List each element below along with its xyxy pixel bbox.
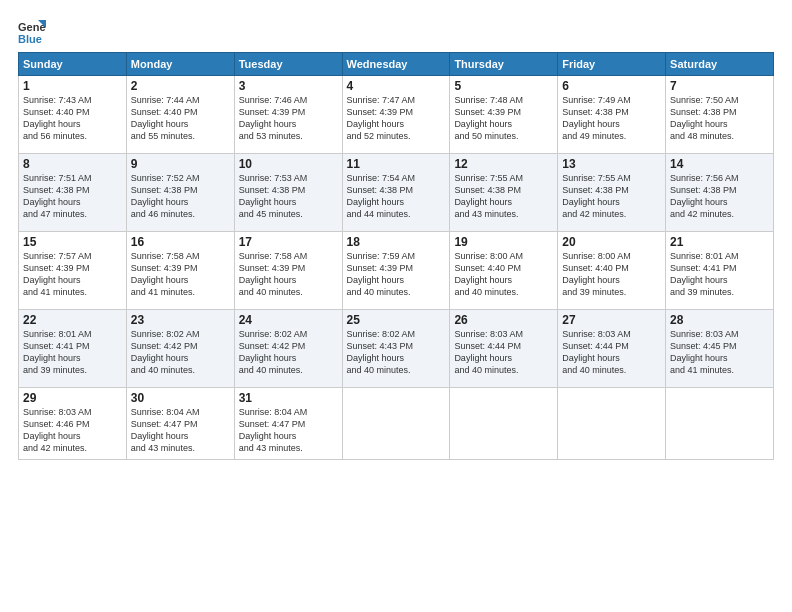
day-number: 6 [562, 79, 661, 93]
day-number: 15 [23, 235, 122, 249]
weekday-header: Friday [558, 53, 666, 76]
calendar-cell: 20Sunrise: 8:00 AMSunset: 4:40 PMDayligh… [558, 232, 666, 310]
weekday-header: Wednesday [342, 53, 450, 76]
calendar-cell: 11Sunrise: 7:54 AMSunset: 4:38 PMDayligh… [342, 154, 450, 232]
day-number: 30 [131, 391, 230, 405]
day-info: Sunrise: 8:02 AMSunset: 4:42 PMDaylight … [131, 328, 230, 377]
calendar-cell: 9Sunrise: 7:52 AMSunset: 4:38 PMDaylight… [126, 154, 234, 232]
day-number: 29 [23, 391, 122, 405]
calendar-cell: 31Sunrise: 8:04 AMSunset: 4:47 PMDayligh… [234, 388, 342, 460]
day-info: Sunrise: 7:55 AMSunset: 4:38 PMDaylight … [562, 172, 661, 221]
calendar-cell: 4Sunrise: 7:47 AMSunset: 4:39 PMDaylight… [342, 76, 450, 154]
day-info: Sunrise: 7:58 AMSunset: 4:39 PMDaylight … [239, 250, 338, 299]
svg-text:Blue: Blue [18, 33, 42, 45]
day-number: 13 [562, 157, 661, 171]
day-info: Sunrise: 7:55 AMSunset: 4:38 PMDaylight … [454, 172, 553, 221]
calendar-cell: 26Sunrise: 8:03 AMSunset: 4:44 PMDayligh… [450, 310, 558, 388]
day-number: 10 [239, 157, 338, 171]
day-info: Sunrise: 8:00 AMSunset: 4:40 PMDaylight … [562, 250, 661, 299]
calendar-cell [342, 388, 450, 460]
day-number: 25 [347, 313, 446, 327]
calendar-cell: 17Sunrise: 7:58 AMSunset: 4:39 PMDayligh… [234, 232, 342, 310]
day-number: 12 [454, 157, 553, 171]
day-number: 2 [131, 79, 230, 93]
day-info: Sunrise: 8:02 AMSunset: 4:43 PMDaylight … [347, 328, 446, 377]
calendar-cell: 15Sunrise: 7:57 AMSunset: 4:39 PMDayligh… [19, 232, 127, 310]
calendar-cell: 7Sunrise: 7:50 AMSunset: 4:38 PMDaylight… [666, 76, 774, 154]
day-info: Sunrise: 7:52 AMSunset: 4:38 PMDaylight … [131, 172, 230, 221]
day-number: 8 [23, 157, 122, 171]
calendar-cell: 2Sunrise: 7:44 AMSunset: 4:40 PMDaylight… [126, 76, 234, 154]
calendar-cell: 1Sunrise: 7:43 AMSunset: 4:40 PMDaylight… [19, 76, 127, 154]
day-number: 23 [131, 313, 230, 327]
day-number: 21 [670, 235, 769, 249]
day-number: 24 [239, 313, 338, 327]
logo: General Blue [18, 18, 50, 46]
weekday-header: Saturday [666, 53, 774, 76]
day-number: 14 [670, 157, 769, 171]
calendar-cell: 12Sunrise: 7:55 AMSunset: 4:38 PMDayligh… [450, 154, 558, 232]
day-number: 4 [347, 79, 446, 93]
day-number: 20 [562, 235, 661, 249]
day-info: Sunrise: 8:03 AMSunset: 4:44 PMDaylight … [454, 328, 553, 377]
day-number: 11 [347, 157, 446, 171]
calendar-cell: 13Sunrise: 7:55 AMSunset: 4:38 PMDayligh… [558, 154, 666, 232]
day-info: Sunrise: 7:47 AMSunset: 4:39 PMDaylight … [347, 94, 446, 143]
day-info: Sunrise: 7:49 AMSunset: 4:38 PMDaylight … [562, 94, 661, 143]
weekday-header: Thursday [450, 53, 558, 76]
day-info: Sunrise: 7:50 AMSunset: 4:38 PMDaylight … [670, 94, 769, 143]
calendar-cell: 28Sunrise: 8:03 AMSunset: 4:45 PMDayligh… [666, 310, 774, 388]
day-number: 26 [454, 313, 553, 327]
day-number: 5 [454, 79, 553, 93]
weekday-header: Monday [126, 53, 234, 76]
calendar-cell: 10Sunrise: 7:53 AMSunset: 4:38 PMDayligh… [234, 154, 342, 232]
day-number: 28 [670, 313, 769, 327]
calendar-cell: 30Sunrise: 8:04 AMSunset: 4:47 PMDayligh… [126, 388, 234, 460]
day-info: Sunrise: 7:43 AMSunset: 4:40 PMDaylight … [23, 94, 122, 143]
weekday-header: Tuesday [234, 53, 342, 76]
day-info: Sunrise: 7:56 AMSunset: 4:38 PMDaylight … [670, 172, 769, 221]
calendar-cell: 29Sunrise: 8:03 AMSunset: 4:46 PMDayligh… [19, 388, 127, 460]
calendar-cell: 16Sunrise: 7:58 AMSunset: 4:39 PMDayligh… [126, 232, 234, 310]
day-info: Sunrise: 7:51 AMSunset: 4:38 PMDaylight … [23, 172, 122, 221]
calendar-cell [666, 388, 774, 460]
day-number: 22 [23, 313, 122, 327]
calendar-cell: 27Sunrise: 8:03 AMSunset: 4:44 PMDayligh… [558, 310, 666, 388]
day-info: Sunrise: 8:02 AMSunset: 4:42 PMDaylight … [239, 328, 338, 377]
day-number: 31 [239, 391, 338, 405]
day-info: Sunrise: 8:03 AMSunset: 4:44 PMDaylight … [562, 328, 661, 377]
day-number: 18 [347, 235, 446, 249]
calendar-cell: 23Sunrise: 8:02 AMSunset: 4:42 PMDayligh… [126, 310, 234, 388]
day-info: Sunrise: 7:48 AMSunset: 4:39 PMDaylight … [454, 94, 553, 143]
day-info: Sunrise: 7:58 AMSunset: 4:39 PMDaylight … [131, 250, 230, 299]
day-info: Sunrise: 7:54 AMSunset: 4:38 PMDaylight … [347, 172, 446, 221]
day-number: 9 [131, 157, 230, 171]
day-number: 17 [239, 235, 338, 249]
calendar-cell: 24Sunrise: 8:02 AMSunset: 4:42 PMDayligh… [234, 310, 342, 388]
calendar-cell: 14Sunrise: 7:56 AMSunset: 4:38 PMDayligh… [666, 154, 774, 232]
calendar-cell [558, 388, 666, 460]
day-info: Sunrise: 7:59 AMSunset: 4:39 PMDaylight … [347, 250, 446, 299]
calendar-cell: 18Sunrise: 7:59 AMSunset: 4:39 PMDayligh… [342, 232, 450, 310]
calendar-cell: 3Sunrise: 7:46 AMSunset: 4:39 PMDaylight… [234, 76, 342, 154]
day-number: 7 [670, 79, 769, 93]
calendar-cell: 5Sunrise: 7:48 AMSunset: 4:39 PMDaylight… [450, 76, 558, 154]
day-number: 16 [131, 235, 230, 249]
calendar-cell: 25Sunrise: 8:02 AMSunset: 4:43 PMDayligh… [342, 310, 450, 388]
calendar-cell: 6Sunrise: 7:49 AMSunset: 4:38 PMDaylight… [558, 76, 666, 154]
day-info: Sunrise: 8:04 AMSunset: 4:47 PMDaylight … [239, 406, 338, 455]
day-number: 19 [454, 235, 553, 249]
day-info: Sunrise: 8:01 AMSunset: 4:41 PMDaylight … [23, 328, 122, 377]
day-info: Sunrise: 8:03 AMSunset: 4:46 PMDaylight … [23, 406, 122, 455]
day-info: Sunrise: 7:57 AMSunset: 4:39 PMDaylight … [23, 250, 122, 299]
calendar-cell: 19Sunrise: 8:00 AMSunset: 4:40 PMDayligh… [450, 232, 558, 310]
day-info: Sunrise: 7:46 AMSunset: 4:39 PMDaylight … [239, 94, 338, 143]
day-info: Sunrise: 8:04 AMSunset: 4:47 PMDaylight … [131, 406, 230, 455]
calendar-cell: 22Sunrise: 8:01 AMSunset: 4:41 PMDayligh… [19, 310, 127, 388]
day-info: Sunrise: 7:44 AMSunset: 4:40 PMDaylight … [131, 94, 230, 143]
day-info: Sunrise: 8:01 AMSunset: 4:41 PMDaylight … [670, 250, 769, 299]
calendar-cell: 8Sunrise: 7:51 AMSunset: 4:38 PMDaylight… [19, 154, 127, 232]
calendar-cell: 21Sunrise: 8:01 AMSunset: 4:41 PMDayligh… [666, 232, 774, 310]
calendar-cell [450, 388, 558, 460]
day-info: Sunrise: 7:53 AMSunset: 4:38 PMDaylight … [239, 172, 338, 221]
